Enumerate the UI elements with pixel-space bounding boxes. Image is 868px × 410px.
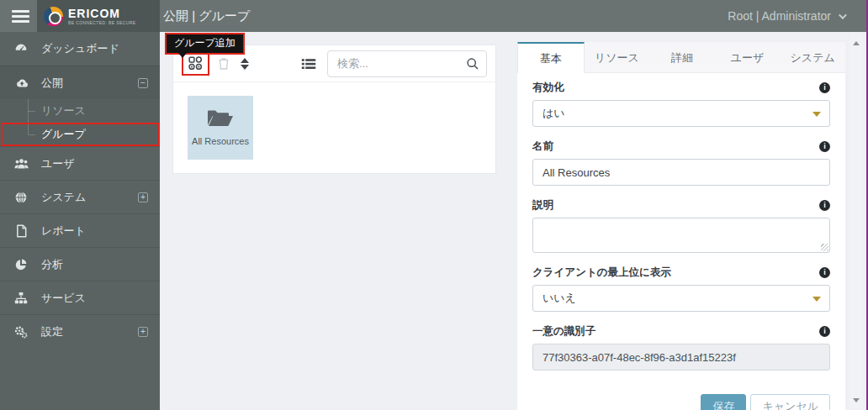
pie-chart-icon: [13, 258, 29, 271]
search-input[interactable]: [327, 50, 487, 77]
sort-button[interactable]: [241, 58, 249, 70]
show-on-client-top-value: いいえ: [542, 291, 576, 306]
group-detail-panel: 基本 リソース 詳細 ユーザ システム 有効化 はい 名前: [517, 42, 845, 410]
sidebar-item-analysis[interactable]: 分析: [0, 247, 160, 281]
info-icon[interactable]: [819, 267, 830, 278]
field-label: 有効化: [532, 81, 564, 95]
sidebar-item-label: リソース: [41, 103, 86, 118]
ericom-logo-icon: [44, 7, 63, 26]
search-icon[interactable]: [466, 57, 479, 74]
sidebar-item-label: 設定: [41, 324, 138, 339]
report-file-icon: [13, 224, 29, 238]
sidebar-item-dashboard[interactable]: ダッシュボード: [0, 32, 160, 66]
enabled-select[interactable]: はい: [532, 100, 830, 127]
field-description: 説明: [532, 197, 830, 253]
sidebar-item-label: ユーザ: [41, 156, 148, 171]
add-group-button[interactable]: [188, 56, 203, 71]
chevron-down-icon: [839, 11, 847, 19]
trash-icon: [218, 56, 230, 71]
field-label: 説明: [532, 198, 553, 213]
sidebar-item-label: グループ: [41, 127, 86, 142]
sidebar-item-publish[interactable]: 公開: [0, 66, 160, 99]
enabled-select-value: はい: [542, 106, 565, 121]
info-icon[interactable]: [819, 141, 830, 152]
app-window: ERICOM BE CONNECTED. BE SECURE 公開 | グループ…: [0, 0, 868, 410]
add-group-tooltip: グループ追加: [165, 33, 245, 55]
resize-grip-icon[interactable]: [821, 244, 828, 251]
field-label: 一意の識別子: [532, 324, 595, 339]
info-icon[interactable]: [819, 326, 830, 337]
unique-id-input: [532, 344, 830, 371]
sidebar-item-system[interactable]: システム: [0, 180, 160, 213]
brand-name: ERICOM: [68, 8, 136, 19]
user-menu-label: Root | Administrator: [728, 9, 831, 23]
cloud-upload-icon: [13, 76, 29, 89]
sidebar-item-services[interactable]: サービス: [0, 281, 160, 314]
form-buttons: 保存 キャンセル: [532, 394, 830, 410]
field-show-on-client-top: クライアントの最上位に表示 いいえ: [532, 265, 830, 312]
hamburger-menu-icon[interactable]: [3, 0, 37, 32]
sidebar-item-groups[interactable]: グループ: [0, 123, 160, 146]
sidebar-item-label: 公開: [41, 76, 138, 91]
scroll-up-icon[interactable]: [853, 41, 860, 45]
tab-resources[interactable]: リソース: [585, 42, 650, 72]
info-icon[interactable]: [819, 82, 830, 93]
sidebar-item-resources[interactable]: リソース: [0, 99, 160, 123]
sort-up-icon: [241, 58, 249, 63]
sidebar-item-label: レポート: [41, 223, 148, 239]
sidebar-item-settings[interactable]: 設定: [0, 314, 160, 348]
top-header: ERICOM BE CONNECTED. BE SECURE 公開 | グループ…: [0, 0, 868, 32]
search-box: [327, 50, 487, 77]
detail-tabbar: 基本 リソース 詳細 ユーザ システム: [517, 42, 845, 73]
name-input[interactable]: [532, 159, 830, 186]
tab-system[interactable]: システム: [780, 42, 845, 72]
cancel-button[interactable]: キャンセル: [750, 394, 830, 410]
field-unique-id: 一意の識別子: [532, 323, 830, 371]
folder-icon: [206, 107, 235, 130]
group-tile-all-resources[interactable]: All Resources: [188, 96, 253, 160]
scroll-down-icon[interactable]: [853, 398, 860, 402]
gears-icon: [13, 325, 29, 339]
expand-icon[interactable]: [138, 327, 148, 337]
add-group-grid-icon: [188, 56, 203, 71]
users-icon: [13, 157, 29, 170]
tab-details[interactable]: 詳細: [649, 42, 715, 72]
sidebar-item-label: ダッシュボード: [41, 41, 148, 56]
group-tile-label: All Resources: [192, 136, 249, 146]
list-view-button[interactable]: [301, 58, 316, 70]
info-icon[interactable]: [819, 200, 830, 211]
expand-icon[interactable]: [138, 192, 148, 202]
show-on-client-top-select[interactable]: いいえ: [532, 285, 830, 312]
globe-icon: [13, 191, 29, 204]
sidebar-item-users[interactable]: ユーザ: [0, 146, 160, 180]
collapse-icon[interactable]: [138, 78, 148, 88]
description-textarea[interactable]: [532, 218, 830, 253]
dashboard-gauge-icon: [13, 42, 29, 55]
tab-users[interactable]: ユーザ: [715, 42, 781, 72]
list-view-icon: [301, 58, 316, 70]
sidebar-item-label: サービス: [41, 291, 148, 306]
field-label: 名前: [532, 139, 553, 154]
detail-form: 有効化 はい 名前 説明: [517, 73, 845, 410]
caret-down-icon: [812, 297, 821, 302]
groups-list-panel: All Resources: [172, 45, 496, 174]
sidebar: ダッシュボード 公開 リソース グループ ユーザ システム: [0, 32, 160, 410]
field-label: クライアントの最上位に表示: [532, 265, 671, 280]
sidebar-item-label: 分析: [41, 257, 148, 272]
delete-group-button[interactable]: [218, 56, 230, 71]
brand-logo: ERICOM BE CONNECTED. BE SECURE: [37, 0, 160, 32]
brand-tagline: BE CONNECTED. BE SECURE: [68, 21, 136, 25]
field-name: 名前: [532, 139, 830, 186]
sidebar-item-reports[interactable]: レポート: [0, 213, 160, 247]
vertical-scrollbar[interactable]: [849, 34, 863, 408]
sidebar-item-label: システム: [41, 190, 138, 205]
save-button[interactable]: 保存: [701, 394, 746, 410]
sort-down-icon: [241, 65, 249, 70]
caret-down-icon: [812, 112, 821, 117]
sitemap-icon: [13, 292, 29, 304]
user-menu[interactable]: Root | Administrator: [728, 9, 844, 23]
tab-basic[interactable]: 基本: [517, 42, 585, 73]
field-enabled: 有効化 はい: [532, 80, 830, 127]
page-title: 公開 | グループ: [163, 8, 250, 24]
